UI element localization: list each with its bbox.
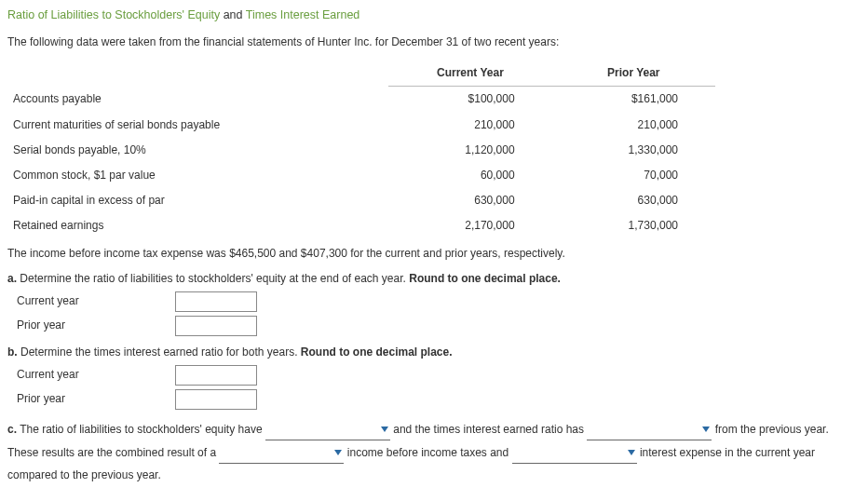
row-cy: 60,000 <box>388 163 551 188</box>
qa-letter: a. <box>7 272 17 285</box>
row-py: 70,000 <box>552 163 715 188</box>
qa-bold: Round to one decimal place. <box>409 272 561 285</box>
label-current-year: Current year <box>17 292 119 310</box>
input-b-prior-year[interactable] <box>175 389 257 410</box>
row-cy: 210,000 <box>388 113 551 138</box>
row-cy: $100,000 <box>388 87 551 113</box>
income-note: The income before income tax expense was… <box>7 245 861 263</box>
title-part1: Ratio of Liabilities to Stockholders' Eq… <box>7 8 224 21</box>
dropdown-c3[interactable] <box>219 440 344 464</box>
qc-letter: c. <box>7 423 17 436</box>
chevron-down-icon <box>628 450 635 455</box>
row-label: Current maturities of serial bonds payab… <box>7 113 388 138</box>
table-row: Serial bonds payable, 10% 1,120,000 1,33… <box>7 138 715 163</box>
chevron-down-icon <box>334 450 342 455</box>
row-py: 210,000 <box>552 113 715 138</box>
input-b-current-year[interactable] <box>175 365 257 386</box>
row-cy: 1,120,000 <box>388 138 551 163</box>
row-label: Paid-in capital in excess of par <box>7 188 388 213</box>
row-cy: 2,170,000 <box>388 213 551 238</box>
label-prior-year-b: Prior year <box>17 390 119 408</box>
question-b: b. Determine the times interest earned r… <box>7 344 861 361</box>
dropdown-c1[interactable] <box>265 417 390 440</box>
row-cy: 630,000 <box>388 188 551 213</box>
table-row: Retained earnings 2,170,000 1,730,000 <box>7 213 715 238</box>
qb-text: Determine the times interest earned rati… <box>18 345 301 359</box>
qa-text: Determine the ratio of liabilities to st… <box>17 272 409 285</box>
input-a-prior-year[interactable] <box>175 316 257 336</box>
row-py: 1,330,000 <box>552 138 715 163</box>
input-a-current-year[interactable] <box>175 291 257 312</box>
qb-bold: Round to one decimal place. <box>301 345 453 359</box>
label-current-year-b: Current year <box>17 366 119 384</box>
chevron-down-icon <box>381 427 388 432</box>
row-label: Retained earnings <box>7 213 388 238</box>
table-row: Accounts payable $100,000 $161,000 <box>7 87 715 113</box>
table-row: Current maturities of serial bonds payab… <box>7 113 715 138</box>
intro-text: The following data were taken from the f… <box>7 34 861 51</box>
page-title: Ratio of Liabilities to Stockholders' Eq… <box>7 6 861 24</box>
qb-letter: b. <box>7 345 18 359</box>
qc-seg1: The ratio of liabilities to stockholders… <box>17 423 265 436</box>
dropdown-c4[interactable] <box>512 440 637 464</box>
title-and: and <box>224 8 246 21</box>
title-part2: Times Interest Earned <box>246 8 360 21</box>
qc-seg2: and the times interest earned ratio has <box>390 423 587 436</box>
row-py: 630,000 <box>552 188 715 213</box>
col-header-py: Prior Year <box>552 61 715 87</box>
financial-table: Current Year Prior Year Accounts payable… <box>7 61 715 238</box>
row-label: Accounts payable <box>7 87 388 113</box>
col-header-cy: Current Year <box>388 61 551 87</box>
question-a: a. Determine the ratio of liabilities to… <box>7 270 861 288</box>
row-label: Serial bonds payable, 10% <box>7 138 388 163</box>
row-label: Common stock, $1 par value <box>7 163 388 188</box>
table-row: Paid-in capital in excess of par 630,000… <box>7 188 715 213</box>
row-py: $161,000 <box>552 87 715 113</box>
label-prior-year: Prior year <box>17 317 119 334</box>
dropdown-c2[interactable] <box>587 417 712 440</box>
table-row: Common stock, $1 par value 60,000 70,000 <box>7 163 715 188</box>
chevron-down-icon <box>702 427 710 432</box>
question-c: c. The ratio of liabilities to stockhold… <box>7 417 861 486</box>
qc-seg4: income before income taxes and <box>344 446 511 459</box>
row-py: 1,730,000 <box>552 213 715 238</box>
